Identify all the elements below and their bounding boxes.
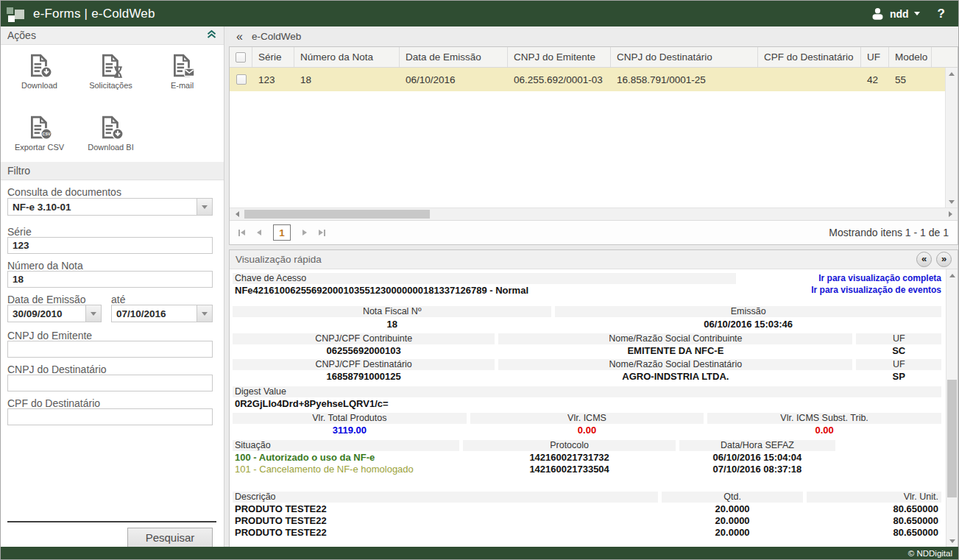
chevron-down-icon [914,12,920,15]
data-inicio-trigger[interactable] [85,305,101,322]
row-checkbox[interactable] [236,74,247,85]
data-fim-value: 07/10/2016 [112,308,197,319]
cnpj-emitente-input[interactable] [7,341,213,358]
email-document-icon [169,52,196,79]
next-page-button[interactable] [302,230,307,235]
quick-view-body: Chave de Acesso Ir para visualização com… [230,269,958,547]
cell-cnpj-emitente: 06.255.692/0001-03 [508,68,611,91]
user-icon [871,7,885,21]
actions-toolbar: Download Solicitações [1,45,224,176]
tab-ecoldweb[interactable]: e-ColdWeb [252,31,301,42]
vlr-icms-label: Vlr. ICMS [470,413,704,424]
data-inicio-picker[interactable]: 30/09/2010 [7,305,102,322]
data-fim-trigger[interactable] [197,305,212,322]
action-label: Download [21,81,57,90]
qtd-label: Qtd. [662,492,804,503]
evento-situacao: 101 - Cancelamento de NF-e homologado [233,464,459,475]
user-menu[interactable]: ndd [871,7,920,21]
emissao-value: 06/10/2016 15:03:46 [555,319,941,330]
previous-page-button[interactable] [257,230,261,235]
grid-horizontal-scrollbar[interactable] [230,208,958,220]
produto-qtd: 20.0000 [662,503,804,514]
produto-row: PRODUTO TESTE22 20.0000 80.650000 [233,503,941,514]
produto-vlr-unit: 80.650000 [807,515,941,526]
table-row[interactable]: 123 18 06/10/2016 06.255.692/0001-03 16.… [230,68,945,91]
serie-input[interactable] [7,237,213,254]
nome-destinatario-label: Nome/Razão Social Destinatário [498,359,852,370]
column-header-uf[interactable]: UF [861,47,889,67]
column-header-cnpj-emitente[interactable]: CNPJ do Emitente [508,47,611,67]
evento-protocolo: 142160021733504 [463,464,676,475]
cnpj-destinatario-input[interactable] [7,375,213,391]
page-number-box[interactable]: 1 [273,224,291,241]
scroll-up-icon[interactable] [946,269,958,281]
column-header-data-emissao[interactable]: Data de Emissão [400,47,508,67]
last-page-button[interactable] [319,230,325,236]
uf-destinatario-label: UF [856,359,941,370]
numero-nota-input[interactable] [7,271,213,288]
scroll-down-icon[interactable] [946,535,958,547]
filter-panel-header: Filtro [1,162,224,180]
quick-view-panel: Visualização rápida « » Chave de Acesso … [229,249,958,547]
chevron-down-icon [202,205,208,209]
documents-grid: Série Número da Nota Data de Emissão CNP… [229,46,958,245]
column-header-serie[interactable]: Série [252,47,294,67]
quick-view-header: Visualização rápida « » [230,250,958,269]
column-header-cpf-destinatario[interactable]: CPF do Destinatário [758,47,861,67]
pesquisar-button[interactable]: Pesquisar [127,528,213,547]
cell-serie: 123 [252,68,294,91]
scroll-down-icon[interactable] [946,196,958,208]
scroll-left-icon[interactable] [231,208,243,220]
data-fim-picker[interactable]: 07/10/2016 [111,305,213,322]
cnpj-emitente-label: CNPJ do Emitente [7,330,92,341]
tab-strip: « e-ColdWeb [229,26,958,46]
chave-acesso-value: NFe4216100625569200010355123000000018133… [233,285,528,296]
help-button[interactable]: ? [938,7,945,21]
numero-nota-label: Número da Nota [7,260,83,272]
action-label: Download BI [88,143,133,152]
evento-situacao: 100 - Autorizado o uso da NF-e [233,452,459,463]
vlr-icms-st-label: Vlr. ICMS Subst. Trib. [707,413,941,424]
download-button[interactable]: Download [4,52,75,108]
produto-row: PRODUTO TESTE22 20.0000 80.650000 [233,527,941,538]
first-page-button[interactable] [238,230,245,236]
previous-document-button[interactable]: « [916,252,932,267]
data-hora-sefaz-label: Data/Hora SEFAZ [679,440,835,451]
link-visualizacao-eventos[interactable]: Ir para visualização de eventos [811,285,941,296]
collapse-sidebar-icon[interactable]: « [236,29,243,44]
solicitacoes-button[interactable]: Solicitações [75,52,146,108]
produto-descricao: PRODUTO TESTE22 [233,515,658,526]
horizontal-scroll-thumb[interactable] [244,210,430,219]
select-all-checkbox[interactable] [236,52,246,63]
cnpj-destinatario-label: CNPJ/CPF Destinatário [233,359,495,370]
column-header-numero[interactable]: Número da Nota [294,47,400,67]
column-header-cnpj-destinatario[interactable]: CNPJ do Destinatário [611,47,758,67]
cell-cnpj-destinatario: 16.858.791/0001-25 [611,68,758,91]
chave-acesso-label: Chave de Acesso [233,273,736,284]
consulta-dropdown-trigger[interactable] [197,199,212,215]
link-visualizacao-completa[interactable]: Ir para visualização completa [818,273,941,284]
consulta-label: Consulta de documentos [7,186,121,198]
emissao-label: Emissão [555,306,941,317]
column-header-modelo[interactable]: Modelo [889,47,932,67]
digest-value: 0R2GjLIo4Drd+8PyehseLQRV1/c= [233,398,389,409]
nome-contribuinte-label: Nome/Razão Social Contribuinte [498,333,852,344]
scroll-right-icon[interactable] [944,208,956,220]
consulta-select[interactable]: NF-e 3.10-01 [7,198,213,216]
export-csv-icon: CSV [26,114,53,141]
quick-view-vertical-scrollbar[interactable] [946,269,958,547]
vertical-scroll-thumb[interactable] [947,380,957,497]
collapse-panel-icon[interactable] [206,29,217,41]
main-area: « e-ColdWeb Série Número da Nota Data de… [229,26,958,547]
scroll-up-icon[interactable] [946,68,958,79]
select-all-checkbox-cell [230,47,252,67]
cpf-destinatario-label: CPF do Destinatário [7,397,100,409]
digest-value-label: Digest Value [233,386,941,397]
cell-modelo: 55 [889,68,932,91]
email-button[interactable]: E-mail [146,52,218,108]
cpf-destinatario-input[interactable] [7,408,213,425]
grid-vertical-scrollbar[interactable] [945,68,958,208]
svg-text:CSV: CSV [42,132,50,136]
uf-contribuinte-label: UF [856,333,941,344]
next-document-button[interactable]: » [936,252,952,267]
